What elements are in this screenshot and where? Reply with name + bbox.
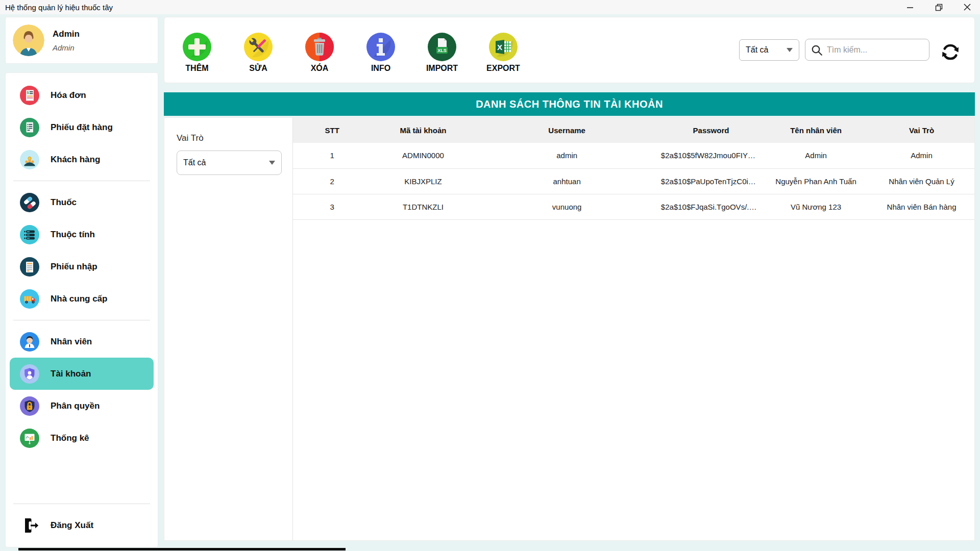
sidebar-item-label: Phân quyền	[51, 401, 100, 411]
window-title: Hệ thống quản lý hiệu thuốc tây	[5, 3, 113, 12]
medicine-icon	[20, 193, 39, 212]
employee-icon	[20, 332, 39, 352]
sidebar-item-label: Thuộc tính	[51, 230, 95, 240]
content-title: DANH SÁCH THÔNG TIN TÀI KHOẢN	[476, 98, 663, 110]
export-button[interactable]: X EXPORT	[475, 33, 532, 73]
xoa-button[interactable]: XÓA	[291, 33, 348, 73]
table-cell: Admin	[869, 143, 974, 168]
chevron-down-icon	[269, 161, 275, 165]
import-receipt-icon	[20, 257, 39, 277]
table-cell: ADMIN0000	[372, 143, 475, 168]
toolbar-role-filter-value: Tất cả	[746, 45, 768, 55]
window-titlebar: Hệ thống quản lý hiệu thuốc tây	[0, 0, 980, 14]
sidebar-item-tai-khoan[interactable]: Tài khoản	[10, 358, 154, 390]
svg-text:XLS: XLS	[437, 48, 447, 53]
them-button[interactable]: THÊM	[168, 33, 226, 73]
order-form-icon	[20, 118, 39, 137]
minimize-icon[interactable]	[904, 2, 916, 13]
menu-divider	[13, 320, 150, 320]
logout-button[interactable]: Đăng Xuất	[6, 509, 158, 542]
sidebar-item-phieu-dat-hang[interactable]: Phiếu đặt hàng	[10, 111, 154, 143]
menu-spacer	[6, 454, 158, 498]
sidebar-menu: $ Hóa đơn Phiếu đặt hàng	[5, 72, 158, 547]
export-excel-icon: X	[489, 33, 518, 61]
toolbar-button-label: SỬA	[249, 64, 267, 73]
table-row[interactable]: 1ADMIN0000admin$2a$10$5fW82Jmou0FIYQsjc.…	[293, 143, 974, 168]
info-icon	[366, 33, 395, 61]
refresh-button[interactable]	[939, 41, 962, 63]
table-cell: Nhân viên Quản Lý	[869, 168, 974, 194]
import-xls-icon: XLS	[428, 33, 456, 61]
table-cell: Nguyễn Phan Anh Tuấn	[763, 168, 869, 194]
menu-divider	[13, 504, 150, 504]
table-cell: T1DTNKZLI	[372, 194, 475, 219]
bottom-edge-strip	[18, 548, 346, 550]
sidebar-item-phieu-nhap[interactable]: Phiếu nhập	[10, 251, 154, 283]
table-cell: KIBJXPLIZ	[372, 168, 475, 194]
info-button[interactable]: INFO	[352, 33, 409, 73]
toolbar-button-label: IMPORT	[426, 64, 458, 73]
column-header: Username	[475, 118, 658, 143]
content-title-bar: DANH SÁCH THÔNG TIN TÀI KHOẢN	[164, 92, 975, 116]
permission-lock-icon	[20, 396, 39, 416]
user-role: Admin	[53, 43, 80, 52]
table-cell: $2a$10$PaUpoTenTjzC0iwrh...	[659, 168, 763, 194]
table-row[interactable]: 2KIBJXPLIZanhtuan$2a$10$PaUpoTenTjzC0iwr…	[293, 168, 974, 194]
role-filter-pane: Vai Trò Tất cả	[164, 118, 293, 540]
sidebar-item-label: Hóa đơn	[51, 90, 86, 101]
sidebar-item-phan-quyen[interactable]: Phân quyền	[10, 390, 154, 422]
table-cell: 1	[293, 143, 372, 168]
sidebar-item-hoa-don[interactable]: $ Hóa đơn	[10, 79, 154, 111]
sidebar-item-label: Nhân viên	[51, 337, 92, 347]
table-header-row: STTMã tài khoảnUsernamePasswordTên nhân …	[293, 118, 974, 143]
refresh-icon	[939, 41, 962, 63]
role-filter-label: Vai Trò	[177, 133, 204, 143]
statistics-chart-icon	[20, 429, 39, 448]
table-cell: Admin	[763, 143, 869, 168]
sidebar-item-khach-hang[interactable]: Khách hàng	[10, 143, 154, 176]
sidebar-item-nha-cung-cap[interactable]: Nhà cung cấp	[10, 283, 154, 315]
role-filter-value: Tất cả	[183, 158, 206, 167]
logout-label: Đăng Xuất	[51, 520, 93, 531]
toolbar-button-label: THÊM	[185, 64, 208, 73]
column-header: Password	[659, 118, 763, 143]
table-cell: admin	[475, 143, 658, 168]
chevron-down-icon	[787, 48, 793, 52]
sua-button[interactable]: SỬA	[230, 33, 287, 73]
toolbar: THÊM SỬA	[164, 17, 975, 83]
add-plus-icon	[183, 33, 211, 61]
table-cell: Nhân viên Bán hàng	[869, 194, 974, 219]
role-filter-dropdown[interactable]: Tất cả	[177, 151, 282, 175]
sidebar-item-label: Phiếu nhập	[51, 262, 97, 272]
sidebar-item-nhan-vien[interactable]: Nhân viên	[10, 325, 154, 358]
toolbar-role-filter-dropdown[interactable]: Tất cả	[739, 39, 799, 61]
toolbar-button-label: EXPORT	[486, 64, 520, 73]
sidebar-item-thuoc-tinh[interactable]: Thuộc tính	[10, 218, 154, 251]
attributes-icon	[20, 225, 39, 244]
table-cell: anhtuan	[475, 168, 658, 194]
close-icon[interactable]	[962, 2, 973, 13]
toolbar-button-label: XÓA	[311, 64, 329, 73]
accounts-table-pane: STTMã tài khoảnUsernamePasswordTên nhân …	[293, 118, 974, 540]
window-controls	[904, 0, 973, 14]
search-box	[805, 39, 929, 61]
toolbar-button-label: INFO	[371, 64, 390, 73]
logout-door-icon	[21, 517, 38, 534]
column-header: STT	[293, 118, 372, 143]
sidebar-item-label: Thống kê	[51, 433, 89, 443]
table-row[interactable]: 3T1DTNKZLIvunuong$2a$10$FJqaSi.TgoOVs/.F…	[293, 194, 974, 219]
user-name: Admin	[53, 29, 80, 39]
column-header: Vai Trò	[869, 118, 974, 143]
sidebar-item-label: Tài khoản	[51, 369, 91, 379]
table-cell: 2	[293, 168, 372, 194]
content-panel: Vai Trò Tất cả STTMã tài khoảnUsernamePa…	[164, 117, 975, 541]
search-input[interactable]	[827, 45, 924, 55]
table-cell: $2a$10$5fW82Jmou0FIYQsjc...	[659, 143, 763, 168]
import-button[interactable]: XLS IMPORT	[413, 33, 471, 73]
table-cell: 3	[293, 194, 372, 219]
sidebar-item-thuoc[interactable]: Thuốc	[10, 186, 154, 218]
restore-icon[interactable]	[933, 2, 944, 13]
column-header: Tên nhân viên	[763, 118, 869, 143]
sidebar-item-thong-ke[interactable]: Thống kê	[10, 422, 154, 454]
sidebar-item-label: Nhà cung cấp	[51, 294, 107, 304]
